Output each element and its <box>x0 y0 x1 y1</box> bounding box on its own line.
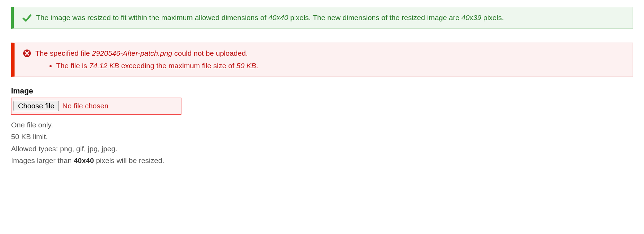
error-filename: 2920546-After-patch.png <box>92 49 172 57</box>
check-icon <box>22 13 32 23</box>
error-detail-item: The file is 74.12 KB exceeding the maxim… <box>56 60 626 72</box>
text: The image was resized to fit within the … <box>36 14 268 21</box>
resize-dimensions: 40x40 <box>74 156 94 164</box>
alert-error-text: The specified file 2920546-After-patch.p… <box>35 48 626 72</box>
new-height: 39 <box>473 14 481 21</box>
text: . <box>256 62 258 70</box>
new-width: 40 <box>462 14 469 21</box>
alert-success-text: The image was resized to fit within the … <box>36 12 626 24</box>
text: pixels will be resized. <box>94 156 164 164</box>
alert-error: The specified file 2920546-After-patch.p… <box>11 43 633 77</box>
text: The specified file <box>35 49 92 57</box>
text: x <box>469 14 473 21</box>
actual-file-size: 74.12 KB <box>89 62 119 70</box>
help-line: 50 KB limit. <box>11 131 633 143</box>
help-line: Allowed types: png, gif, jpg, jpeg. <box>11 143 633 155</box>
text: exceeding the maximum file size of <box>119 62 236 70</box>
error-icon <box>23 49 31 57</box>
text: The file is <box>56 62 89 70</box>
alert-success: The image was resized to fit within the … <box>11 7 633 29</box>
max-dimensions: 40x40 <box>268 14 288 21</box>
error-detail-list: The file is 74.12 KB exceeding the maxim… <box>35 60 626 72</box>
file-status-text: No file chosen <box>62 102 108 110</box>
text: pixels. <box>481 14 504 21</box>
file-input-wrapper[interactable]: Choose file No file chosen <box>11 98 181 115</box>
image-field-label: Image <box>11 87 633 96</box>
help-line: One file only. <box>11 119 633 131</box>
help-line: Images larger than 40x40 pixels will be … <box>11 155 633 166</box>
text: pixels. The new dimensions of the resize… <box>288 14 461 21</box>
help-text: One file only. 50 KB limit. Allowed type… <box>11 119 633 166</box>
text: could not be uploaded. <box>172 49 248 57</box>
max-file-size: 50 KB <box>236 62 256 70</box>
choose-file-button[interactable]: Choose file <box>14 101 59 111</box>
text: Images larger than <box>11 156 74 164</box>
